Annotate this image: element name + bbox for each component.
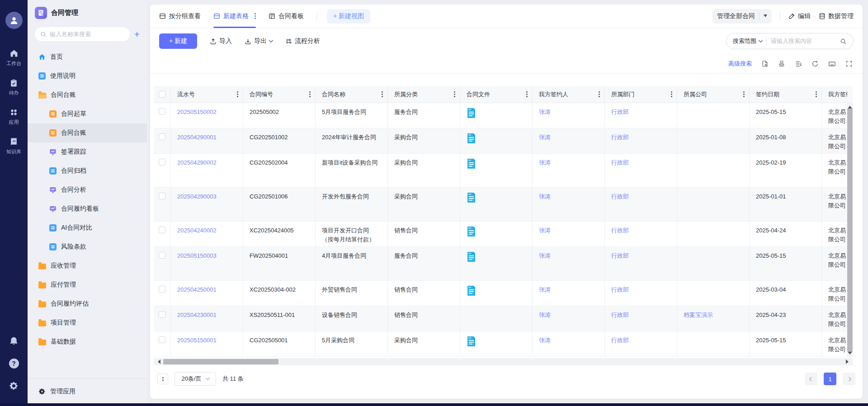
new-view-button[interactable]: + 新建视图 bbox=[327, 9, 370, 24]
row-checkbox[interactable] bbox=[159, 311, 165, 318]
column-menu-kebab-icon[interactable] bbox=[454, 94, 455, 95]
contract-file-icon[interactable] bbox=[467, 226, 476, 237]
signer-cell-text[interactable]: 张涛 bbox=[539, 252, 551, 259]
serial-number-cell-text[interactable]: 202505150003 bbox=[177, 252, 217, 259]
department-cell-text[interactable]: 行政部 bbox=[611, 193, 629, 200]
edit-button[interactable]: 编辑 bbox=[788, 12, 811, 20]
serial-number-cell-text[interactable]: 202504290002 bbox=[177, 159, 217, 166]
vertical-scrollbar[interactable] bbox=[847, 103, 853, 357]
select-all-checkbox[interactable] bbox=[159, 91, 165, 98]
sidebar-item-15[interactable]: 基础数据 bbox=[28, 332, 147, 351]
department-cell-text[interactable]: 行政部 bbox=[611, 286, 629, 293]
column-menu-kebab-icon[interactable] bbox=[526, 94, 528, 95]
department-cell-text[interactable]: 行政部 bbox=[611, 312, 629, 318]
sidebar-item-4[interactable]: 合同台账 bbox=[28, 123, 147, 142]
row-checkbox[interactable] bbox=[159, 108, 165, 115]
department-cell-text[interactable]: 行政部 bbox=[611, 159, 629, 166]
notifications-bell-icon[interactable] bbox=[9, 336, 19, 346]
serial-number-cell-text[interactable]: 202504250001 bbox=[177, 286, 217, 293]
current-page-button[interactable]: 1 bbox=[824, 373, 836, 385]
row-checkbox[interactable] bbox=[159, 133, 165, 140]
sidebar-item-7[interactable]: 合同分析 bbox=[28, 180, 147, 199]
row-checkbox[interactable] bbox=[159, 193, 165, 199]
sidebar-item-2[interactable]: 合同台账 bbox=[28, 85, 147, 104]
add-button[interactable]: + bbox=[133, 29, 141, 39]
sidebar-item-11[interactable]: 应收管理 bbox=[28, 256, 147, 275]
signer-cell-text[interactable]: 张涛 bbox=[539, 227, 551, 234]
tab-options-kebab-icon[interactable] bbox=[255, 15, 256, 17]
sidebar-item-1[interactable]: 使用说明 bbox=[28, 66, 147, 85]
row-height-icon[interactable] bbox=[795, 60, 802, 67]
sidebar-item-10[interactable]: 风险条款 bbox=[28, 237, 147, 256]
row-checkbox[interactable] bbox=[159, 159, 165, 165]
row-checkbox[interactable] bbox=[159, 227, 165, 233]
contract-file-icon[interactable] bbox=[467, 251, 476, 262]
scroll-down-arrow-icon[interactable] bbox=[848, 352, 852, 357]
department-cell-text[interactable]: 行政部 bbox=[611, 337, 629, 344]
serial-number-cell-text[interactable]: 202504290003 bbox=[177, 193, 217, 200]
scroll-right-arrow-icon[interactable] bbox=[846, 359, 851, 364]
row-height-toggle-button[interactable] bbox=[157, 373, 168, 384]
data-management-button[interactable]: 数据管理 bbox=[819, 12, 854, 20]
signer-cell-text[interactable]: 张涛 bbox=[539, 134, 551, 141]
rail-item-knowledge[interactable]: AI知识库 bbox=[6, 137, 21, 155]
contract-file-icon[interactable] bbox=[467, 285, 476, 296]
page-size-select[interactable]: 20条/页 bbox=[175, 372, 216, 386]
new-record-button[interactable]: + 新建 bbox=[159, 33, 197, 49]
rail-item-workbench[interactable]: 工作台 bbox=[6, 49, 21, 67]
serial-number-cell-text[interactable]: 202504240002 bbox=[177, 227, 217, 234]
sidebar-item-13[interactable]: 合同履约评估 bbox=[28, 294, 147, 313]
prev-page-button[interactable] bbox=[805, 373, 817, 385]
group-blocks-icon[interactable] bbox=[778, 60, 785, 67]
scroll-left-arrow-icon[interactable] bbox=[156, 359, 160, 364]
tab-new-table[interactable]: 新建表格 bbox=[213, 5, 256, 28]
sidebar-item-8[interactable]: 合同履约看板 bbox=[28, 199, 147, 218]
department-cell-text[interactable]: 行政部 bbox=[611, 109, 629, 115]
horizontal-scrollbar[interactable] bbox=[154, 358, 853, 365]
horizontal-scrollbar-thumb[interactable] bbox=[163, 359, 278, 364]
user-avatar[interactable] bbox=[5, 12, 23, 29]
column-menu-kebab-icon[interactable] bbox=[599, 94, 600, 95]
scroll-up-arrow-icon[interactable] bbox=[848, 104, 852, 109]
serial-number-cell-text[interactable]: 202504290001 bbox=[177, 134, 217, 141]
sidebar-item-9[interactable]: AI合同对比 bbox=[28, 218, 147, 237]
row-checkbox[interactable] bbox=[159, 336, 165, 343]
sidebar-item-14[interactable]: 项目管理 bbox=[28, 313, 147, 332]
company-cell-text[interactable]: 档案宝演示 bbox=[684, 312, 713, 318]
help-icon[interactable]: ? bbox=[9, 359, 19, 368]
serial-number-cell-text[interactable]: 202505150001 bbox=[177, 337, 217, 344]
settings-gear-icon[interactable] bbox=[9, 381, 19, 391]
flow-analysis-button[interactable]: 流程分析 bbox=[285, 37, 320, 45]
contract-file-icon[interactable] bbox=[467, 192, 476, 203]
department-cell-text[interactable]: 行政部 bbox=[611, 252, 629, 259]
signer-cell-text[interactable]: 张涛 bbox=[539, 159, 551, 166]
rail-item-apps[interactable]: 应用 bbox=[6, 108, 21, 126]
signer-cell-text[interactable]: 张涛 bbox=[539, 109, 551, 115]
manage-all-contracts-button[interactable]: 管理全部合同 bbox=[712, 9, 772, 24]
import-button[interactable]: 导入 bbox=[210, 37, 232, 45]
column-menu-kebab-icon[interactable] bbox=[671, 94, 672, 95]
contract-file-icon[interactable] bbox=[467, 108, 476, 118]
search-scope-select[interactable]: 搜索范围 bbox=[733, 37, 762, 45]
column-menu-kebab-icon[interactable] bbox=[309, 94, 311, 95]
serial-number-cell-text[interactable]: 202505150002 bbox=[177, 109, 217, 115]
keyboard-icon[interactable] bbox=[828, 60, 836, 68]
search-icon[interactable] bbox=[840, 38, 847, 45]
contract-file-icon[interactable] bbox=[467, 336, 476, 347]
fullscreen-icon[interactable] bbox=[845, 60, 853, 67]
column-menu-kebab-icon[interactable] bbox=[743, 94, 745, 95]
sidebar-item-6[interactable]: 合同归档 bbox=[28, 161, 147, 180]
serial-number-cell-text[interactable]: 202504230001 bbox=[177, 312, 217, 318]
column-menu-kebab-icon[interactable] bbox=[816, 94, 817, 95]
vertical-scrollbar-thumb[interactable] bbox=[847, 109, 853, 352]
signer-cell-text[interactable]: 张涛 bbox=[539, 312, 551, 318]
sidebar-item-5[interactable]: 签署跟踪 bbox=[28, 142, 147, 161]
sidebar-item-12[interactable]: 应付管理 bbox=[28, 275, 147, 294]
export-button[interactable]: 导出 bbox=[245, 37, 273, 45]
search-input[interactable]: 请输入搜索内容 bbox=[771, 37, 836, 45]
advanced-search-link[interactable]: 高级搜索 bbox=[728, 60, 752, 68]
sidebar-item-0[interactable]: 首页 bbox=[28, 47, 147, 66]
signer-cell-text[interactable]: 张涛 bbox=[539, 193, 551, 200]
contract-file-icon[interactable] bbox=[467, 158, 476, 169]
export-preview-icon[interactable] bbox=[761, 60, 769, 67]
